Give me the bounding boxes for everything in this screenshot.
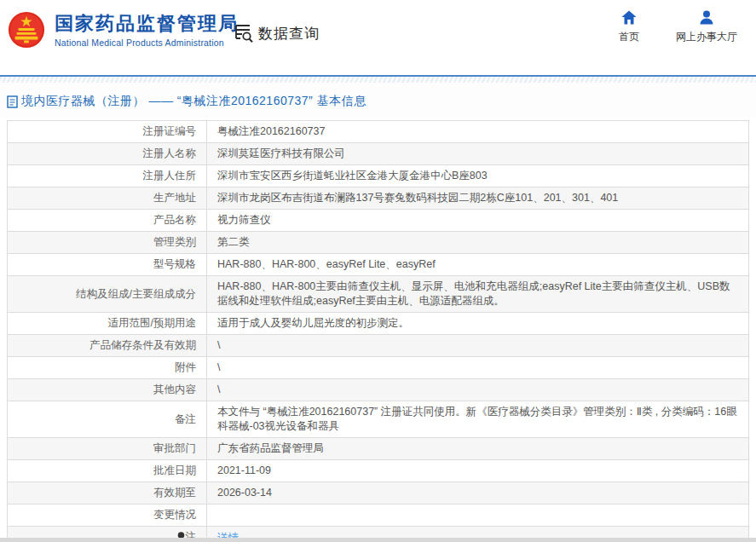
row-value: 广东省药品监督管理局 xyxy=(207,438,749,460)
registration-table: 注册证编号粤械注准20162160737注册人名称深圳莫廷医疗科技有限公司注册人… xyxy=(7,120,749,542)
nav-hall-label: 网上办事大厅 xyxy=(676,30,737,44)
document-icon xyxy=(7,95,18,108)
row-value: 2021-11-09 xyxy=(207,460,749,482)
row-value: HAR-880、HAR-800、easyRef Lite、easyRef xyxy=(207,254,749,276)
agency-title-block: 国家药品监督管理局 National Medical Products Admi… xyxy=(55,13,239,48)
row-label: 其他内容 xyxy=(8,379,207,401)
data-query-label: 数据查询 xyxy=(258,24,320,43)
hatched-band xyxy=(0,77,756,83)
registration-table-wrap: 注册证编号粤械注准20162160737注册人名称深圳莫廷医疗科技有限公司注册人… xyxy=(7,120,749,542)
nav-home[interactable]: 首页 xyxy=(615,10,643,44)
row-label: 产品名称 xyxy=(8,210,207,232)
row-label: 注册证编号 xyxy=(8,121,207,143)
table-row: 备注本文件与 “粤械注准20162160737” 注册证共同使用。新《医疗器械分… xyxy=(8,401,749,438)
table-row: 附件\ xyxy=(8,357,749,379)
row-label: 产品储存条件及有效期 xyxy=(8,335,207,357)
row-label: 注册人住所 xyxy=(8,165,207,187)
table-row: 有效期至2026-03-14 xyxy=(8,482,749,505)
row-label: 审批部门 xyxy=(8,438,207,460)
registration-table-body: 注册证编号粤械注准20162160737注册人名称深圳莫廷医疗科技有限公司注册人… xyxy=(8,121,749,542)
brand-block: 国家药品监督管理局 National Medical Products Admi… xyxy=(7,10,239,49)
row-value: 粤械注准20162160737 xyxy=(207,121,749,143)
row-label: 结构及组成/主要组成成分 xyxy=(8,276,207,313)
row-label: 批准日期 xyxy=(8,460,207,482)
row-value: 适用于成人及婴幼儿屈光度的初步测定。 xyxy=(207,313,749,335)
home-icon xyxy=(621,10,637,25)
agency-name-cn: 国家药品监督管理局 xyxy=(55,13,239,35)
row-value: 深圳市宝安区西乡街道蚝业社区金港大厦金港中心B座803 xyxy=(207,165,749,187)
table-row: 注册人名称深圳莫廷医疗科技有限公司 xyxy=(8,143,749,165)
table-row: 产品名称视力筛查仪 xyxy=(8,210,749,232)
table-row: 结构及组成/主要组成成分HAR-880、HAR-800主要由筛查仪主机、显示屏、… xyxy=(8,276,749,313)
table-row: 生产地址深圳市龙岗区布吉街道布澜路137号赛兔数码科技园二期2栋C座101、20… xyxy=(8,187,749,210)
table-row: 审批部门广东省药品监督管理局 xyxy=(8,438,749,460)
table-row: 型号规格HAR-880、HAR-800、easyRef Lite、easyRef xyxy=(8,254,749,276)
row-value: 视力筛查仪 xyxy=(207,210,749,232)
header-nav: 首页 网上办事大厅 xyxy=(615,10,737,44)
doc-search-icon xyxy=(232,22,254,44)
top-header: 国家药品监督管理局 National Medical Products Admi… xyxy=(0,0,756,75)
row-label: 管理类别 xyxy=(8,232,207,254)
row-label: 型号规格 xyxy=(8,254,207,276)
row-value: \ xyxy=(207,379,749,401)
table-row: 注册人住所深圳市宝安区西乡街道蚝业社区金港大厦金港中心B座803 xyxy=(8,165,749,187)
row-value: HAR-880、HAR-800主要由筛查仪主机、显示屏、电池和充电器组成;eas… xyxy=(207,276,749,313)
row-label: 生产地址 xyxy=(8,187,207,210)
footer-strip xyxy=(0,538,756,542)
national-emblem-icon xyxy=(7,10,46,49)
breadcrumb: 境内医疗器械（注册） —— “粤械注准20162160737” 基本信息 xyxy=(0,83,756,118)
row-label: 附件 xyxy=(8,357,207,379)
table-row: 管理类别第二类 xyxy=(8,232,749,254)
row-value: \ xyxy=(207,357,749,379)
row-label: 变更情况 xyxy=(8,505,207,527)
table-row: 批准日期2021-11-09 xyxy=(8,460,749,482)
table-row: 变更情况 xyxy=(8,505,749,527)
table-row: 适用范围/预期用途适用于成人及婴幼儿屈光度的初步测定。 xyxy=(8,313,749,335)
row-label: 备注 xyxy=(8,401,207,438)
table-row: 其他内容\ xyxy=(8,379,749,401)
user-icon xyxy=(699,10,714,25)
row-value: 深圳莫廷医疗科技有限公司 xyxy=(207,143,749,165)
row-value: 2026-03-14 xyxy=(207,482,749,505)
table-row: 注册证编号粤械注准20162160737 xyxy=(8,121,749,143)
nav-online-hall[interactable]: 网上办事大厅 xyxy=(676,10,737,44)
row-label: 注册人名称 xyxy=(8,143,207,165)
row-value: 本文件与 “粤械注准20162160737” 注册证共同使用。新《医疗器械分类目… xyxy=(207,401,749,438)
table-row: 产品储存条件及有效期\ xyxy=(8,335,749,357)
row-label: 有效期至 xyxy=(8,482,207,505)
row-label: 适用范围/预期用途 xyxy=(8,313,207,335)
agency-name-en: National Medical Products Administration xyxy=(55,37,239,48)
data-query-tab[interactable]: 数据查询 xyxy=(232,22,320,44)
row-value: 第二类 xyxy=(207,232,749,254)
nav-home-label: 首页 xyxy=(619,30,639,44)
row-value: 深圳市龙岗区布吉街道布澜路137号赛兔数码科技园二期2栋C座101、201、30… xyxy=(207,187,749,210)
page-title: 境内医疗器械（注册） —— “粤械注准20162160737” 基本信息 xyxy=(21,94,366,109)
row-value: \ xyxy=(207,335,749,357)
row-value xyxy=(207,505,749,527)
